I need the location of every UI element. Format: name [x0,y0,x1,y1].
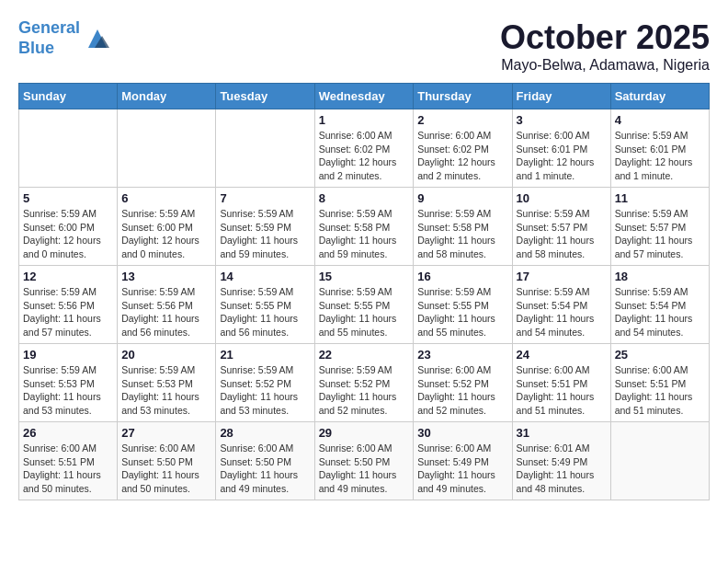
calendar-cell: 15Sunrise: 5:59 AM Sunset: 5:55 PM Dayli… [314,266,414,344]
calendar-cell: 28Sunrise: 6:00 AM Sunset: 5:50 PM Dayli… [216,422,314,500]
day-number: 24 [517,348,607,362]
logo-text: GeneralBlue [18,18,80,58]
day-info: Sunrise: 5:59 AM Sunset: 5:58 PM Dayligh… [417,207,507,261]
day-info: Sunrise: 5:59 AM Sunset: 6:00 PM Dayligh… [121,207,211,261]
day-number: 21 [220,348,310,362]
calendar-cell: 16Sunrise: 5:59 AM Sunset: 5:55 PM Dayli… [414,266,512,344]
calendar-cell: 25Sunrise: 6:00 AM Sunset: 5:51 PM Dayli… [610,344,709,422]
logo: GeneralBlue [18,18,111,58]
calendar-cell: 26Sunrise: 6:00 AM Sunset: 5:51 PM Dayli… [19,422,118,500]
day-info: Sunrise: 5:59 AM Sunset: 5:57 PM Dayligh… [517,207,607,261]
calendar-cell [19,109,118,188]
day-info: Sunrise: 6:00 AM Sunset: 6:02 PM Dayligh… [319,129,410,183]
calendar-cell [118,109,216,188]
day-number: 2 [417,113,507,127]
month-title: October 2025 [500,18,710,57]
day-info: Sunrise: 6:01 AM Sunset: 5:49 PM Dayligh… [517,442,607,496]
week-row: 19Sunrise: 5:59 AM Sunset: 5:53 PM Dayli… [19,344,710,422]
day-number: 30 [417,426,507,440]
day-info: Sunrise: 6:00 AM Sunset: 5:50 PM Dayligh… [220,442,310,496]
day-number: 6 [121,191,211,205]
calendar-cell: 27Sunrise: 6:00 AM Sunset: 5:50 PM Dayli… [118,422,216,500]
calendar-cell: 13Sunrise: 5:59 AM Sunset: 5:56 PM Dayli… [118,266,216,344]
day-info: Sunrise: 6:00 AM Sunset: 5:51 PM Dayligh… [517,363,607,418]
calendar-cell: 1Sunrise: 6:00 AM Sunset: 6:02 PM Daylig… [314,109,414,188]
calendar-cell: 21Sunrise: 5:59 AM Sunset: 5:52 PM Dayli… [216,344,314,422]
day-info: Sunrise: 6:00 AM Sunset: 5:51 PM Dayligh… [23,442,113,496]
day-number: 23 [417,348,507,362]
weekday-header: Wednesday [314,84,414,109]
day-number: 9 [417,191,507,205]
calendar-table: SundayMondayTuesdayWednesdayThursdayFrid… [18,83,710,500]
weekday-header: Tuesday [216,84,314,109]
day-number: 16 [417,270,507,283]
calendar-cell: 18Sunrise: 5:59 AM Sunset: 5:54 PM Dayli… [610,266,709,344]
calendar-cell: 7Sunrise: 5:59 AM Sunset: 5:59 PM Daylig… [216,188,314,266]
day-number: 4 [615,113,705,127]
location-title: Mayo-Belwa, Adamawa, Nigeria [500,57,710,74]
day-info: Sunrise: 6:00 AM Sunset: 5:50 PM Dayligh… [121,442,211,496]
calendar-cell: 17Sunrise: 5:59 AM Sunset: 5:54 PM Dayli… [512,266,610,344]
day-number: 26 [23,426,113,440]
calendar-cell: 22Sunrise: 5:59 AM Sunset: 5:52 PM Dayli… [314,344,414,422]
day-number: 5 [23,191,113,205]
calendar-cell: 8Sunrise: 5:59 AM Sunset: 5:58 PM Daylig… [314,188,414,266]
calendar-cell: 4Sunrise: 5:59 AM Sunset: 6:01 PM Daylig… [610,109,709,188]
day-number: 25 [615,348,705,362]
day-info: Sunrise: 5:59 AM Sunset: 6:00 PM Dayligh… [23,207,113,261]
calendar-cell: 29Sunrise: 6:00 AM Sunset: 5:50 PM Dayli… [314,422,414,500]
day-info: Sunrise: 5:59 AM Sunset: 5:56 PM Dayligh… [23,285,113,339]
day-number: 17 [517,270,607,283]
calendar-cell: 31Sunrise: 6:01 AM Sunset: 5:49 PM Dayli… [512,422,610,500]
calendar-cell: 10Sunrise: 5:59 AM Sunset: 5:57 PM Dayli… [512,188,610,266]
day-number: 3 [517,113,607,127]
day-number: 12 [23,270,113,283]
calendar-cell: 12Sunrise: 5:59 AM Sunset: 5:56 PM Dayli… [19,266,118,344]
calendar-cell: 6Sunrise: 5:59 AM Sunset: 6:00 PM Daylig… [118,188,216,266]
week-row: 26Sunrise: 6:00 AM Sunset: 5:51 PM Dayli… [19,422,710,500]
day-info: Sunrise: 5:59 AM Sunset: 5:55 PM Dayligh… [220,285,310,339]
day-info: Sunrise: 5:59 AM Sunset: 5:53 PM Dayligh… [121,363,211,418]
calendar-cell [216,109,314,188]
weekday-header: Monday [118,84,216,109]
day-info: Sunrise: 5:59 AM Sunset: 6:01 PM Dayligh… [615,129,705,183]
day-info: Sunrise: 5:59 AM Sunset: 5:53 PM Dayligh… [23,363,113,418]
day-info: Sunrise: 5:59 AM Sunset: 5:54 PM Dayligh… [615,285,705,339]
calendar-cell: 19Sunrise: 5:59 AM Sunset: 5:53 PM Dayli… [19,344,118,422]
calendar-cell: 3Sunrise: 6:00 AM Sunset: 6:01 PM Daylig… [512,109,610,188]
week-row: 1Sunrise: 6:00 AM Sunset: 6:02 PM Daylig… [19,109,710,188]
weekday-header: Thursday [414,84,512,109]
day-info: Sunrise: 5:59 AM Sunset: 5:55 PM Dayligh… [417,285,507,339]
weekday-header: Saturday [610,84,709,109]
day-info: Sunrise: 5:59 AM Sunset: 5:54 PM Dayligh… [517,285,607,339]
day-info: Sunrise: 5:59 AM Sunset: 5:52 PM Dayligh… [220,363,310,418]
day-number: 15 [319,270,410,283]
week-row: 12Sunrise: 5:59 AM Sunset: 5:56 PM Dayli… [19,266,710,344]
day-info: Sunrise: 5:59 AM Sunset: 5:59 PM Dayligh… [220,207,310,261]
calendar-cell: 20Sunrise: 5:59 AM Sunset: 5:53 PM Dayli… [118,344,216,422]
week-row: 5Sunrise: 5:59 AM Sunset: 6:00 PM Daylig… [19,188,710,266]
calendar-cell: 2Sunrise: 6:00 AM Sunset: 6:02 PM Daylig… [414,109,512,188]
logo-icon [84,25,111,52]
calendar-cell: 9Sunrise: 5:59 AM Sunset: 5:58 PM Daylig… [414,188,512,266]
day-number: 14 [220,270,310,283]
day-number: 8 [319,191,410,205]
day-number: 1 [319,113,410,127]
day-info: Sunrise: 6:00 AM Sunset: 5:49 PM Dayligh… [417,442,507,496]
day-number: 18 [615,270,705,283]
day-number: 22 [319,348,410,362]
day-info: Sunrise: 6:00 AM Sunset: 6:01 PM Dayligh… [517,129,607,183]
day-number: 27 [121,426,211,440]
day-number: 13 [121,270,211,283]
day-info: Sunrise: 5:59 AM Sunset: 5:57 PM Dayligh… [615,207,705,261]
calendar-cell: 30Sunrise: 6:00 AM Sunset: 5:49 PM Dayli… [414,422,512,500]
day-info: Sunrise: 6:00 AM Sunset: 5:50 PM Dayligh… [319,442,410,496]
day-number: 31 [517,426,607,440]
page-header: GeneralBlue October 2025 Mayo-Belwa, Ada… [18,18,710,74]
day-number: 29 [319,426,410,440]
day-number: 7 [220,191,310,205]
calendar-cell: 5Sunrise: 5:59 AM Sunset: 6:00 PM Daylig… [19,188,118,266]
day-number: 20 [121,348,211,362]
weekday-header: Friday [512,84,610,109]
calendar-cell: 23Sunrise: 6:00 AM Sunset: 5:52 PM Dayli… [414,344,512,422]
